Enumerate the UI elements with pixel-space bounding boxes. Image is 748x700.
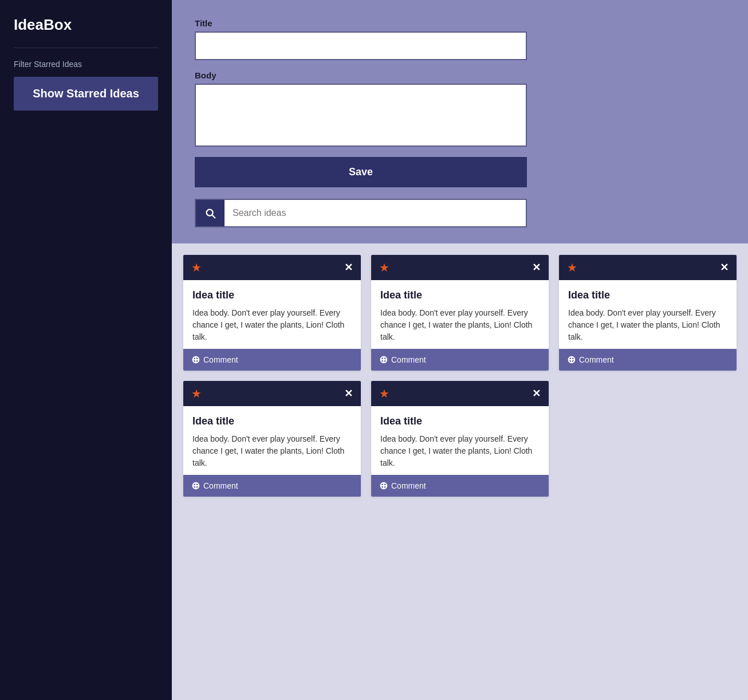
card-footer[interactable]: ⊕ Comment xyxy=(371,349,549,371)
card-text: Idea body. Don't ever play yourself. Eve… xyxy=(568,307,727,343)
card-footer[interactable]: ⊕ Comment xyxy=(559,349,737,371)
close-icon[interactable]: ✕ xyxy=(344,262,353,273)
idea-card: ★ ✕ Idea title Idea body. Don't ever pla… xyxy=(371,381,549,497)
idea-card: ★ ✕ Idea title Idea body. Don't ever pla… xyxy=(371,255,549,371)
comment-label: Comment xyxy=(203,355,238,364)
card-body: Idea title Idea body. Don't ever play yo… xyxy=(371,406,549,475)
star-icon[interactable]: ★ xyxy=(191,387,202,400)
card-title: Idea title xyxy=(380,289,540,301)
card-title: Idea title xyxy=(380,415,540,427)
star-icon[interactable]: ★ xyxy=(379,387,389,400)
body-label: Body xyxy=(195,70,725,80)
card-footer[interactable]: ⊕ Comment xyxy=(183,349,361,371)
idea-card: ★ ✕ Idea title Idea body. Don't ever pla… xyxy=(559,255,737,371)
card-header: ★ ✕ xyxy=(371,381,549,406)
main-content: Title Body Save ★ ✕ Idea title Idea body… xyxy=(172,0,748,700)
comment-label: Comment xyxy=(391,355,426,364)
close-icon[interactable]: ✕ xyxy=(720,262,729,273)
comment-label: Comment xyxy=(203,481,238,490)
comment-plus-icon: ⊕ xyxy=(379,355,388,365)
card-text: Idea body. Don't ever play yourself. Eve… xyxy=(380,433,540,469)
comment-plus-icon: ⊕ xyxy=(567,355,576,365)
star-icon[interactable]: ★ xyxy=(191,261,202,274)
comment-plus-icon: ⊕ xyxy=(191,481,200,491)
card-footer[interactable]: ⊕ Comment xyxy=(183,475,361,497)
idea-card: ★ ✕ Idea title Idea body. Don't ever pla… xyxy=(183,255,361,371)
card-text: Idea body. Don't ever play yourself. Eve… xyxy=(380,307,540,343)
search-icon-box xyxy=(196,201,225,225)
card-header: ★ ✕ xyxy=(183,255,361,280)
card-body: Idea title Idea body. Don't ever play yo… xyxy=(371,280,549,349)
card-header: ★ ✕ xyxy=(559,255,737,280)
comment-plus-icon: ⊕ xyxy=(191,355,200,365)
title-input[interactable] xyxy=(195,32,527,60)
star-icon[interactable]: ★ xyxy=(379,261,389,274)
comment-label: Comment xyxy=(579,355,614,364)
search-icon xyxy=(204,207,216,219)
card-body: Idea title Idea body. Don't ever play yo… xyxy=(559,280,737,349)
comment-plus-icon: ⊕ xyxy=(379,481,388,491)
card-text: Idea body. Don't ever play yourself. Eve… xyxy=(192,433,352,469)
filter-label: Filter Starred Ideas xyxy=(14,60,158,69)
sidebar-divider xyxy=(14,48,158,48)
card-footer[interactable]: ⊕ Comment xyxy=(371,475,549,497)
save-button[interactable]: Save xyxy=(195,157,527,187)
idea-card: ★ ✕ Idea title Idea body. Don't ever pla… xyxy=(183,381,361,497)
card-header: ★ ✕ xyxy=(371,255,549,280)
search-bar xyxy=(195,199,527,227)
card-body: Idea title Idea body. Don't ever play yo… xyxy=(183,406,361,475)
show-starred-button[interactable]: Show Starred Ideas xyxy=(14,77,158,111)
card-title: Idea title xyxy=(568,289,727,301)
comment-label: Comment xyxy=(391,481,426,490)
title-label: Title xyxy=(195,18,725,28)
card-title: Idea title xyxy=(192,415,352,427)
close-icon[interactable]: ✕ xyxy=(532,388,541,399)
card-body: Idea title Idea body. Don't ever play yo… xyxy=(183,280,361,349)
search-input[interactable] xyxy=(225,200,526,226)
body-textarea[interactable] xyxy=(195,84,527,147)
card-header: ★ ✕ xyxy=(183,381,361,406)
cards-area: ★ ✕ Idea title Idea body. Don't ever pla… xyxy=(172,243,748,700)
card-title: Idea title xyxy=(192,289,352,301)
sidebar: IdeaBox Filter Starred Ideas Show Starre… xyxy=(0,0,172,700)
close-icon[interactable]: ✕ xyxy=(532,262,541,273)
form-area: Title Body Save xyxy=(172,0,748,243)
app-title: IdeaBox xyxy=(14,16,158,34)
card-text: Idea body. Don't ever play yourself. Eve… xyxy=(192,307,352,343)
star-icon[interactable]: ★ xyxy=(567,261,577,274)
close-icon[interactable]: ✕ xyxy=(344,388,353,399)
